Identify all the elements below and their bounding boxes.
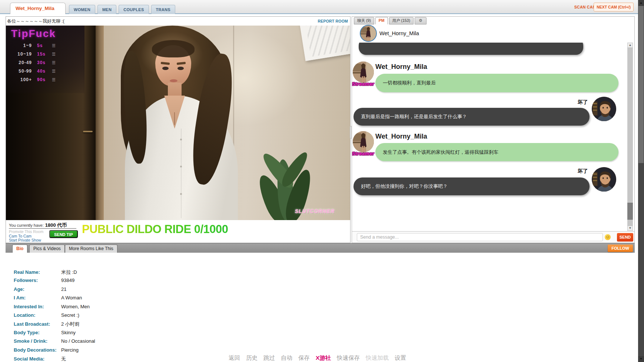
promote-room-link[interactable]: Promote This Room bbox=[9, 230, 43, 234]
token-balance-value: 1800 代币 bbox=[45, 222, 67, 228]
tab-pm[interactable]: PM bbox=[375, 17, 388, 24]
room-subject-bar: 各位～～～～～～我好无聊 :( REPORT ROOM bbox=[6, 17, 350, 26]
tip-menu-row: 10~19 15s ☰ bbox=[11, 52, 84, 57]
bio-tab-strip: Bio Pics & Videos More Rooms Like This F… bbox=[6, 243, 635, 253]
menu-bars-icon: ☰ bbox=[52, 52, 56, 57]
tip-menu-row: 50-99 40s ☰ bbox=[11, 69, 84, 74]
quick-menu-history[interactable]: 历史 bbox=[246, 354, 258, 362]
quick-menu-xyoushe[interactable]: X游社 bbox=[316, 354, 331, 362]
user-avatar bbox=[592, 167, 616, 192]
divider bbox=[9, 228, 76, 229]
chat-scrollbar-track[interactable] bbox=[627, 48, 633, 226]
quick-menu-auto[interactable]: 自动 bbox=[281, 354, 292, 362]
next-cam-button[interactable]: NEXT CAM (Ctrl+/) bbox=[594, 3, 634, 11]
chat-message-streamer: 一切都很顺利，直到最后 bbox=[375, 74, 618, 92]
bio-row: Interested In:Women, Men bbox=[14, 304, 95, 312]
bio-row: Real Name:米拉 :D bbox=[14, 269, 95, 278]
tip-menu-row: 100+ 90s ☰ bbox=[11, 77, 84, 82]
live-video: TipFuck 1~9 5s ☰ 10~19 15s ☰ 20-49 30s ☰ bbox=[6, 26, 350, 220]
video-panel: 各位～～～～～～我好无聊 :( REPORT ROOM bbox=[6, 16, 351, 243]
chat-message-user: 直到最后是指一路顺利，还是最后发生了什么事？ bbox=[353, 108, 590, 126]
bio-row: Last Broadcast:2 小时前 bbox=[14, 321, 95, 329]
tab-couples[interactable]: COUPLES bbox=[119, 5, 149, 14]
category-tabs: WOMEN MEN COUPLES TRANS bbox=[69, 5, 175, 14]
streamer-avatar bbox=[360, 25, 377, 42]
scroll-up-icon[interactable]: ▲ bbox=[627, 43, 633, 48]
token-balance-label: You currently have: bbox=[9, 223, 44, 228]
message-sender-name: 坏了 bbox=[578, 168, 588, 175]
bio-row: Followers:93849 bbox=[14, 278, 95, 286]
video-streamer-figure bbox=[113, 26, 250, 220]
bio-row: Body Type:Skinny bbox=[14, 330, 95, 338]
bio-row: Social Media:无 bbox=[14, 356, 95, 362]
chat-header-streamer-name: Wet_Horny_Mila bbox=[379, 30, 419, 36]
tab-chat[interactable]: 聊天 (9) bbox=[354, 17, 374, 24]
streamer-badge: Streamer bbox=[352, 81, 375, 87]
chat-message-user: 好吧，但他没撞到你，对吧？你没事吧？ bbox=[353, 177, 590, 195]
page: Wet_Horny_Mila WOMEN MEN COUPLES TRANS S… bbox=[0, 0, 644, 362]
chat-tabs: 聊天 (9) PM 用户 (153) ⚙ bbox=[354, 17, 426, 24]
follow-button[interactable]: FOLLOW bbox=[608, 245, 633, 252]
tip-menu-row: 20-49 30s ☰ bbox=[11, 60, 84, 65]
bio-row: Location:Secret :) bbox=[14, 312, 95, 321]
tab-more-rooms[interactable]: More Rooms Like This bbox=[65, 245, 117, 253]
message-sender-name: Wet_Horny_Mila bbox=[375, 63, 427, 71]
quick-menu-save[interactable]: 保存 bbox=[298, 354, 310, 362]
tab-bio[interactable]: Bio bbox=[12, 245, 27, 253]
tip-menu-overlay: TipFuck 1~9 5s ☰ 10~19 15s ☰ 20-49 30s ☰ bbox=[6, 26, 84, 93]
bio-row: Smoke / Drink:No / Occasional bbox=[14, 338, 95, 347]
bio-row: Body Decorations:Piercing bbox=[14, 347, 95, 356]
quick-menu-settings[interactable]: 设置 bbox=[395, 354, 406, 362]
tip-goal: PUBLIC DILDO RIDE 0/1000 bbox=[82, 223, 228, 236]
tab-men[interactable]: MEN bbox=[97, 5, 116, 14]
scroll-down-icon[interactable]: ▼ bbox=[627, 226, 633, 231]
quick-menu-quick-load[interactable]: 快速加载 bbox=[366, 354, 389, 362]
browser-scrollbar[interactable]: ▲ ▼ bbox=[638, 0, 644, 362]
chat-scrollbar-thumb[interactable] bbox=[627, 203, 633, 220]
chat-scrollbar[interactable]: ▲ ▼ bbox=[627, 43, 633, 231]
menu-bars-icon: ☰ bbox=[52, 77, 56, 82]
tab-users[interactable]: 用户 (153) bbox=[389, 17, 414, 24]
start-private-show-link[interactable]: Start Private Show bbox=[9, 238, 43, 243]
emoji-icon[interactable]: ☺ bbox=[605, 234, 611, 240]
menu-bars-icon: ☰ bbox=[52, 60, 56, 65]
bio-row: I Am:A Woman bbox=[14, 295, 95, 303]
chat-messages: Streamer Wet_Horny_Mila 一切都很顺利，直到最后 坏了 直… bbox=[352, 43, 634, 231]
quick-menu-quick-save[interactable]: 快速保存 bbox=[337, 354, 360, 362]
tab-trans[interactable]: TRANS bbox=[151, 5, 175, 14]
bio-section bbox=[6, 253, 635, 362]
chat-input-bar: ☺ SEND bbox=[352, 231, 634, 243]
watermark: SLUTCORNER bbox=[295, 208, 335, 214]
room-subject: 各位～～～～～～我好无聊 :( bbox=[7, 17, 64, 26]
send-tip-button[interactable]: SEND TIP bbox=[49, 230, 78, 238]
gear-icon[interactable]: ⚙ bbox=[415, 17, 426, 24]
send-message-button[interactable]: SEND bbox=[617, 233, 633, 242]
chat-panel: 聊天 (9) PM 用户 (153) ⚙ Wet_Horny_Mila Stre… bbox=[352, 16, 635, 243]
report-room-link[interactable]: REPORT ROOM bbox=[318, 17, 348, 26]
tab-women[interactable]: WOMEN bbox=[69, 5, 95, 14]
menu-bars-icon: ☰ bbox=[52, 43, 56, 48]
message-sender-name: 坏了 bbox=[578, 99, 588, 106]
video-plant bbox=[259, 119, 321, 220]
bio-table: Real Name:米拉 :D Followers:93849 Age:21 I… bbox=[14, 269, 95, 362]
chat-message-streamer: 发生了点事。有个该死的家伙闯红灯，逼得我猛踩刹车 bbox=[375, 143, 618, 161]
tab-room-wet-horny-mila[interactable]: Wet_Horny_Mila bbox=[10, 3, 66, 14]
menu-bars-icon: ☰ bbox=[52, 69, 56, 74]
user-avatar bbox=[592, 97, 616, 121]
bio-row: Age:21 bbox=[14, 286, 95, 295]
scroll-down-icon[interactable]: ▼ bbox=[638, 356, 644, 362]
message-input[interactable] bbox=[357, 233, 603, 241]
streamer-badge: Streamer bbox=[352, 151, 375, 156]
video-door-handle bbox=[83, 131, 93, 132]
quick-menu-back[interactable]: 返回 bbox=[229, 354, 240, 362]
streamer-avatar bbox=[353, 131, 374, 152]
scrolled-message-bubble bbox=[359, 43, 583, 55]
message-sender-name: Wet_Horny_Mila bbox=[375, 133, 427, 140]
room-links: Promote This Room Cam To Cam Start Priva… bbox=[9, 230, 43, 243]
token-balance: You currently have:1800 代币 bbox=[9, 222, 67, 229]
scroll-up-icon[interactable]: ▲ bbox=[638, 0, 644, 6]
browser-scrollbar-thumb[interactable] bbox=[638, 6, 644, 163]
tip-menu-title: TipFuck bbox=[11, 28, 84, 40]
tab-pics-videos[interactable]: Pics & Videos bbox=[29, 245, 65, 253]
quick-menu-skip[interactable]: 跳过 bbox=[263, 354, 275, 362]
